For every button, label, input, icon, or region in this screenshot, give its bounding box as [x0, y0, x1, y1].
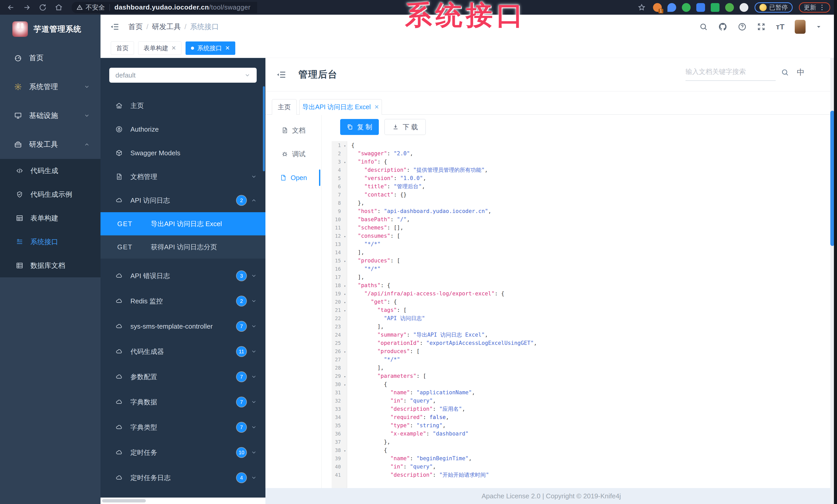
fold-arrow-icon[interactable]: ▾: [344, 309, 346, 313]
breadcrumb-item[interactable]: 研发工具: [152, 22, 181, 32]
paused-extension-pill[interactable]: 已暂停: [754, 2, 793, 13]
browser-menu-icon[interactable]: ⋮: [819, 3, 825, 11]
fold-arrow-icon[interactable]: ▾: [344, 292, 346, 296]
close-icon[interactable]: ✕: [171, 45, 176, 52]
search-icon[interactable]: [699, 22, 708, 31]
help-icon[interactable]: [738, 22, 747, 31]
line-number: 38 ▾: [332, 446, 347, 454]
home-icon[interactable]: [54, 2, 64, 13]
reload-icon[interactable]: [38, 2, 48, 13]
tree-scrollbar[interactable]: [263, 86, 265, 171]
orange-extension-icon[interactable]: 1: [653, 3, 662, 12]
tree-item-Swagger Models[interactable]: Swagger Models: [101, 141, 265, 165]
code-line: "*/*": [351, 355, 831, 363]
tree-group-Redis 监控[interactable]: Redis 监控2: [101, 288, 265, 314]
tree-group-API 错误日志[interactable]: API 错误日志3: [101, 263, 265, 288]
language-icon[interactable]: 中: [797, 67, 804, 78]
back-icon[interactable]: [6, 2, 16, 13]
sidebar-item-系统管理[interactable]: 系统管理: [0, 72, 101, 101]
tree-hscroll-thumb[interactable]: [102, 499, 146, 502]
download-button[interactable]: 下 载: [385, 119, 426, 135]
cloud-icon: [115, 272, 123, 279]
tag-表单构建[interactable]: 表单构建✕: [138, 41, 181, 55]
fullscreen-icon[interactable]: [757, 22, 766, 31]
sidebar-subitem-系统接口[interactable]: 系统接口: [0, 230, 101, 254]
tree-group-参数配置[interactable]: 参数配置7: [101, 364, 265, 389]
bookmark-star-icon[interactable]: [637, 2, 647, 13]
fold-arrow-icon[interactable]: ▾: [344, 449, 346, 453]
address-bar[interactable]: 不安全 dashboard.yudao.iocoder.cn/tool/swag…: [72, 2, 257, 13]
browser-update-button[interactable]: 更新 ⋮: [799, 2, 830, 13]
fold-arrow-icon[interactable]: ▾: [344, 301, 346, 304]
caret-down-icon[interactable]: [816, 24, 821, 30]
operation-获得API 访问日志分页[interactable]: GET获得API 访问日志分页: [101, 236, 265, 259]
cloud-icon: [115, 323, 123, 330]
chevron-down: [251, 349, 257, 354]
tree-group-定时任务[interactable]: 定时任务10: [101, 440, 265, 465]
line-number: 28 ▾: [332, 363, 347, 372]
tree-collapse-icon[interactable]: [276, 70, 287, 80]
forward-icon[interactable]: [22, 2, 32, 13]
tag-首页[interactable]: 首页: [111, 41, 134, 55]
sidebar-item-研发工具[interactable]: 研发工具: [0, 130, 101, 159]
sidebar-item-首页[interactable]: 首页: [0, 43, 101, 72]
fold-arrow-icon[interactable]: ▾: [344, 350, 346, 354]
cn-bottle-extension-icon[interactable]: [711, 3, 719, 12]
fold-arrow-icon[interactable]: ▾: [344, 284, 346, 288]
logo-row[interactable]: 芋道管理系统: [0, 15, 101, 43]
tree-group-label: 字典数据: [130, 398, 157, 407]
swagger-json-editor[interactable]: 1 ▾2 ▾3 ▾4 ▾5 ▾6 ▾7 ▾8 ▾9 ▾10 ▾11 ▾12 ▾1…: [332, 141, 832, 488]
doc-tab-主页[interactable]: 主页: [272, 99, 297, 115]
tree-group-定时任务日志[interactable]: 定时任务日志4: [101, 465, 265, 490]
sidebar-item-基础设施[interactable]: 基础设施: [0, 101, 101, 130]
breadcrumb-item[interactable]: 系统接口: [190, 22, 219, 32]
sidebar-collapse-icon[interactable]: [110, 22, 120, 32]
code-line: "type": "string",: [351, 421, 831, 430]
tree-item-Authorize[interactable]: Authorize: [101, 117, 265, 141]
doc-search-input[interactable]: 输入文档关键字搜索: [685, 67, 776, 81]
fold-arrow-icon[interactable]: ▾: [344, 144, 346, 148]
chevron-down: [251, 323, 257, 329]
tree-group-字典数据[interactable]: 字典数据7: [101, 389, 265, 415]
green-leaf-extension-icon[interactable]: [725, 3, 734, 12]
tree-group-sys-sms-template-controller[interactable]: sys-sms-template-controller7: [101, 314, 265, 339]
close-icon[interactable]: ✕: [374, 104, 379, 111]
avatar[interactable]: [795, 20, 805, 34]
fold-arrow-icon[interactable]: ▾: [344, 161, 346, 164]
api-group-select[interactable]: default: [109, 68, 257, 83]
fold-arrow-icon[interactable]: ▾: [344, 259, 346, 263]
cloud-icon: [115, 424, 123, 431]
doc-search-icon[interactable]: [781, 68, 789, 76]
breadcrumb-item[interactable]: 首页: [128, 22, 143, 32]
tree-item-API 访问日志[interactable]: API 访问日志2: [101, 188, 265, 212]
subnav-文档[interactable]: 文档: [265, 118, 321, 142]
subnav-调试[interactable]: 调试: [265, 142, 321, 166]
tree-item-主页[interactable]: 主页: [101, 94, 265, 117]
green-circle-extension-icon[interactable]: [682, 3, 691, 12]
fold-arrow-icon[interactable]: ▾: [344, 383, 346, 387]
tree-item-文档管理[interactable]: 文档管理: [101, 165, 265, 188]
white-puzzle-extension-icon[interactable]: [740, 3, 748, 12]
doc-tab-导出API 访问日志 Excel[interactable]: 导出API 访问日志 Excel✕: [300, 99, 382, 115]
github-icon[interactable]: [718, 22, 728, 32]
close-icon[interactable]: ✕: [225, 45, 230, 52]
tree-group-代码生成器[interactable]: 代码生成器11: [101, 339, 265, 364]
subnav-Open[interactable]: Open: [265, 166, 321, 189]
sidebar-subitem-代码生成示例[interactable]: 代码生成示例: [0, 183, 101, 206]
sidebar-subitem-数据库文档[interactable]: 数据库文档: [0, 254, 101, 277]
sidebar-subitem-代码生成[interactable]: 代码生成: [0, 159, 101, 183]
operation-导出API 访问日志 Excel[interactable]: GET导出API 访问日志 Excel: [101, 212, 265, 236]
code-line: "operationId": "exportApiAccessLogExcelU…: [351, 339, 831, 347]
cloud-icon: [115, 373, 123, 380]
count-badge: 10: [236, 448, 246, 458]
blue-grid-extension-icon[interactable]: [696, 3, 705, 12]
copy-button[interactable]: 复 制: [340, 119, 379, 135]
font-size-icon[interactable]: ᴛT: [776, 22, 784, 31]
sidebar-subitem-表单构建[interactable]: 表单构建: [0, 206, 101, 230]
fold-arrow-icon[interactable]: ▾: [344, 375, 346, 378]
blue-pin-extension-icon[interactable]: [667, 3, 676, 12]
tree-group-字典类型[interactable]: 字典类型7: [101, 415, 265, 440]
fold-arrow-icon[interactable]: ▾: [344, 235, 346, 239]
cloud-icon: [115, 449, 123, 456]
tag-系统接口[interactable]: 系统接口✕: [185, 41, 235, 55]
